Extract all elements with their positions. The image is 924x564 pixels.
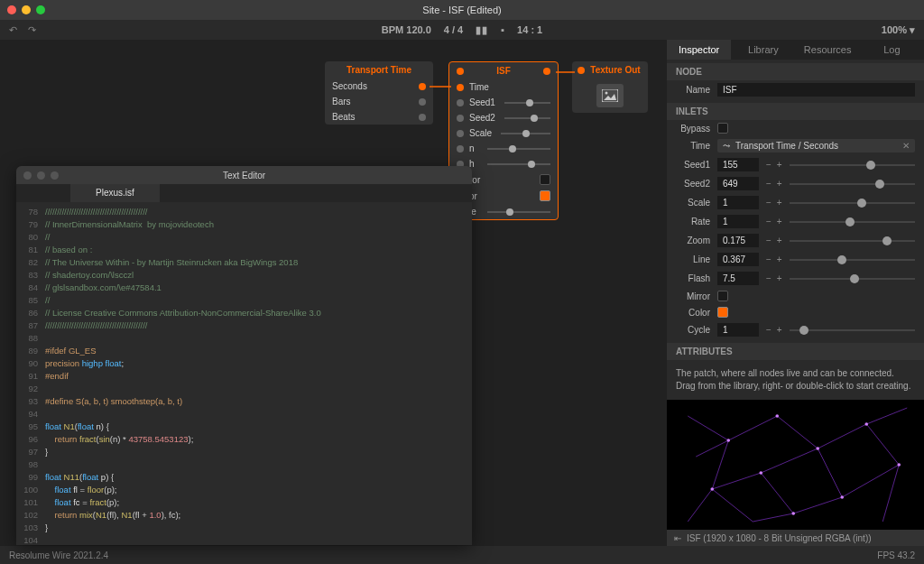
param-input[interactable]: [717, 158, 759, 171]
traffic-lights[interactable]: [7, 5, 45, 14]
checkbox[interactable]: [540, 174, 550, 185]
mini-slider[interactable]: [487, 208, 550, 217]
inlet-param[interactable]: n: [449, 141, 558, 156]
name-input[interactable]: [717, 83, 915, 97]
pause-icon[interactable]: ▮▮: [476, 24, 488, 36]
tab-resources[interactable]: Resources: [796, 40, 860, 60]
param-slider[interactable]: [790, 254, 915, 265]
svg-point-28: [897, 463, 901, 467]
mini-slider[interactable]: [487, 160, 550, 169]
window-titlebar: Site - ISF (Edited): [0, 0, 924, 20]
param-input[interactable]: [717, 177, 759, 190]
port-icon[interactable]: [457, 115, 464, 122]
port-icon[interactable]: [419, 114, 426, 121]
param-input[interactable]: [717, 272, 759, 285]
patch-canvas[interactable]: Transport Time Seconds Bars Beats ISF Ti…: [0, 40, 667, 546]
mini-slider[interactable]: [501, 129, 550, 138]
outlet-seconds[interactable]: Seconds: [325, 79, 433, 94]
port-icon[interactable]: [457, 130, 464, 137]
cycle-slider[interactable]: [790, 325, 915, 336]
param-input[interactable]: [717, 215, 759, 228]
stop-icon[interactable]: ▪: [501, 24, 504, 35]
port-icon[interactable]: [457, 99, 464, 106]
param-slider[interactable]: [790, 160, 915, 171]
tab-library[interactable]: Library: [731, 40, 795, 60]
decrement-button[interactable]: −: [766, 179, 772, 189]
collapse-icon[interactable]: ⇤: [674, 533, 681, 543]
inlet-scale[interactable]: Scale: [449, 125, 558, 141]
param-input[interactable]: [717, 253, 759, 266]
param-label: Zoom: [676, 236, 710, 245]
text-editor-window[interactable]: Text Editor Plexus.isf 78///////////////…: [16, 166, 472, 545]
port-icon[interactable]: [457, 68, 464, 75]
increment-button[interactable]: +: [777, 325, 782, 335]
mini-slider[interactable]: [487, 144, 550, 153]
bypass-checkbox[interactable]: [717, 123, 728, 134]
increment-button[interactable]: +: [777, 179, 782, 189]
increment-button[interactable]: +: [777, 236, 782, 245]
mini-slider[interactable]: [504, 98, 550, 107]
decrement-button[interactable]: −: [766, 325, 772, 335]
minimize-icon[interactable]: [22, 5, 31, 14]
outlet-bars[interactable]: Bars: [325, 94, 433, 109]
decrement-button[interactable]: −: [766, 198, 772, 208]
minimize-icon[interactable]: [37, 171, 45, 180]
increment-button[interactable]: +: [777, 160, 782, 170]
port-icon[interactable]: [543, 68, 550, 75]
mini-slider[interactable]: [504, 114, 550, 123]
editor-traffic-lights[interactable]: [23, 171, 59, 180]
zoom-dropdown[interactable]: 100% ▾: [882, 24, 915, 36]
disconnect-icon[interactable]: ✕: [902, 141, 910, 151]
increment-button[interactable]: +: [777, 217, 782, 227]
increment-button[interactable]: +: [777, 254, 782, 264]
editor-titlebar[interactable]: Text Editor: [16, 166, 472, 184]
maximize-icon[interactable]: [36, 5, 45, 14]
decrement-button[interactable]: −: [766, 254, 772, 264]
decrement-button[interactable]: −: [766, 160, 772, 170]
decrement-button[interactable]: −: [766, 236, 772, 245]
close-icon[interactable]: [23, 171, 32, 180]
bpm-label[interactable]: BPM 120.0: [382, 24, 431, 35]
undo-icon[interactable]: ↶: [9, 24, 17, 36]
code-area[interactable]: 78//////////////////////////////////////…: [16, 202, 472, 545]
port-icon[interactable]: [578, 67, 585, 74]
param-input[interactable]: [717, 196, 759, 209]
param-slider[interactable]: [790, 179, 915, 190]
cycle-input[interactable]: [717, 323, 759, 337]
increment-button[interactable]: +: [777, 198, 782, 208]
svg-point-27: [864, 422, 868, 426]
color-swatch[interactable]: [540, 190, 550, 201]
node-transport-time[interactable]: Transport Time Seconds Bars Beats: [325, 61, 433, 125]
mirror-checkbox[interactable]: [717, 291, 728, 301]
time-signature[interactable]: 4 / 4: [444, 24, 463, 35]
port-icon[interactable]: [457, 145, 464, 153]
section-inlets: INLETS: [667, 103, 924, 120]
inlet-seed1[interactable]: Seed1: [449, 95, 558, 110]
time-connection-pill[interactable]: ⤳ Transport Time / Seconds ✕: [717, 139, 915, 153]
inlet-time[interactable]: Time: [449, 79, 558, 95]
inlet-seed2[interactable]: Seed2: [449, 110, 558, 125]
increment-button[interactable]: +: [777, 273, 782, 283]
outlet-beats[interactable]: Beats: [325, 109, 433, 125]
decrement-button[interactable]: −: [766, 273, 772, 283]
param-slider[interactable]: [790, 198, 915, 208]
param-slider[interactable]: [790, 273, 915, 284]
node-texture-out[interactable]: Texture Out: [572, 61, 648, 113]
color-swatch[interactable]: [717, 307, 728, 318]
preview-viewport: [667, 400, 924, 530]
decrement-button[interactable]: −: [766, 217, 772, 227]
param-slider[interactable]: [790, 217, 915, 227]
param-input[interactable]: [717, 234, 759, 247]
param-slider[interactable]: [790, 236, 915, 246]
port-icon[interactable]: [419, 98, 426, 106]
tab-log[interactable]: Log: [860, 40, 924, 60]
svg-point-23: [759, 471, 762, 475]
editor-tab[interactable]: Plexus.isf: [70, 184, 160, 202]
maximize-icon[interactable]: [51, 171, 59, 180]
tab-inspector[interactable]: Inspector: [667, 40, 731, 60]
close-icon[interactable]: [7, 5, 16, 14]
port-icon[interactable]: [457, 84, 464, 91]
redo-icon[interactable]: ↷: [28, 24, 36, 36]
param-label: Flash: [676, 273, 710, 283]
port-icon[interactable]: [419, 83, 426, 90]
